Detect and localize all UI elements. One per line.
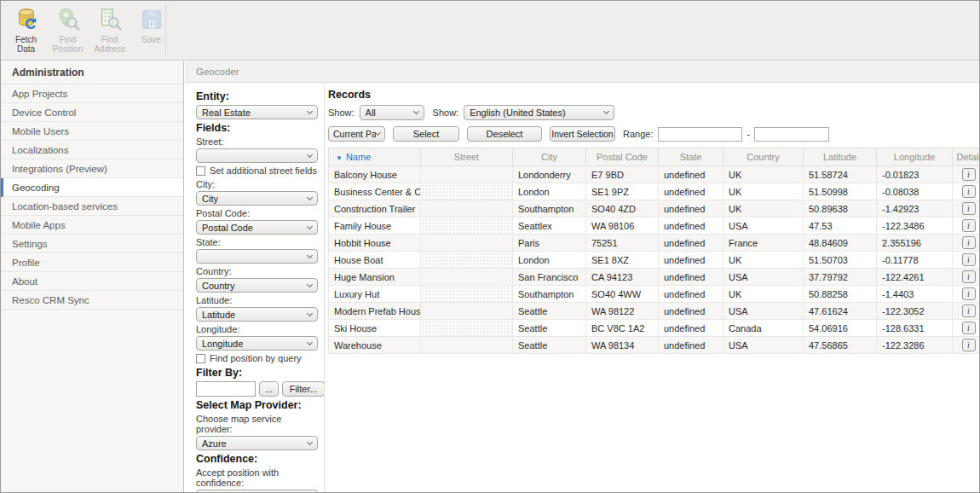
sidebar-item-integrations-preview[interactable]: Integrations (Preview): [1, 160, 183, 178]
cell-street: [421, 200, 513, 218]
table-row[interactable]: Construction TrailerSouthamptonSO40 4ZDu…: [329, 200, 980, 218]
confidence-hint: Accept position with confidence:: [196, 467, 318, 488]
cell-postal-code: BC V8C 1A2: [586, 320, 659, 337]
cell-street: [421, 252, 513, 269]
find-position-by-query-row: Find position by query: [196, 353, 318, 363]
table-row[interactable]: Huge MansionSan FranciscoCA 94123undefin…: [329, 269, 980, 286]
filter-input[interactable]: [196, 381, 256, 397]
table-row[interactable]: Modern Prefab HouseSeattleWA 98122undefi…: [329, 303, 980, 320]
records-panel: Records Show: All Show: English (United …: [325, 83, 979, 492]
filter-button[interactable]: Filter...: [282, 381, 325, 397]
sidebar-item-geocoding[interactable]: Geocoding: [1, 178, 183, 197]
show-language-select[interactable]: English (United States): [464, 105, 614, 120]
cell-name: Huge Mansion: [329, 269, 421, 286]
chevron-down-icon: [307, 151, 313, 157]
city-field-label: City:: [196, 179, 318, 189]
cell-city: Seattlex: [513, 218, 586, 235]
find-address-button-label: Find Address: [89, 35, 130, 54]
cell-postal-code: WA 98122: [586, 303, 659, 320]
detail-info-button[interactable]: i: [962, 236, 976, 249]
cell-latitude: 48.84609: [804, 235, 877, 252]
show-filter-select[interactable]: All: [360, 105, 424, 120]
longitude-select[interactable]: Longitude: [196, 336, 318, 351]
select-button[interactable]: Select: [393, 126, 459, 142]
table-row[interactable]: Ski HouseSeattleBC V8C 1A2undefinedCanad…: [329, 320, 980, 337]
column-header-longitude[interactable]: Longitude: [877, 148, 953, 166]
column-header-postal-code[interactable]: Postal Code: [586, 148, 659, 166]
detail-info-button[interactable]: i: [962, 322, 976, 334]
filter-by-section-label: Filter By:: [196, 367, 318, 379]
cell-state: undefined: [659, 200, 723, 218]
sidebar-item-location-based-services[interactable]: Location-based services: [1, 197, 183, 216]
sort-descending-icon: ▼: [336, 154, 343, 162]
table-row[interactable]: Luxury HutSouthamptonSO40 4WWundefinedUK…: [329, 286, 980, 303]
column-header-city[interactable]: City: [513, 148, 586, 166]
street-select[interactable]: [196, 148, 318, 163]
cell-city: London: [513, 183, 586, 200]
detail-info-button[interactable]: i: [962, 202, 976, 215]
state-select[interactable]: [196, 249, 318, 264]
find-position-by-query-checkbox[interactable]: [196, 354, 205, 363]
deselect-button[interactable]: Deselect: [467, 126, 542, 142]
column-header-latitude[interactable]: Latitude: [804, 148, 877, 166]
cell-latitude: 47.56865: [804, 337, 877, 354]
sidebar-item-app-projects[interactable]: App Projects: [1, 84, 183, 103]
entity-select-value: Real Estate: [202, 107, 251, 118]
column-header-state[interactable]: State: [659, 148, 723, 166]
cell-longitude: -0.08038: [877, 183, 953, 200]
filter-ellipsis-button[interactable]: ...: [259, 381, 279, 397]
cell-postal-code: SE1 8XZ: [586, 252, 659, 269]
detail-info-button[interactable]: i: [962, 270, 976, 283]
table-row[interactable]: Balcony HouseLondonderryE7 9BDundefinedU…: [329, 166, 980, 183]
latitude-select[interactable]: Latitude: [196, 307, 318, 322]
current-page-select[interactable]: Current Page: [328, 126, 385, 142]
table-row[interactable]: Family HouseSeattlexWA 98106undefinedUSA…: [329, 218, 980, 235]
detail-info-button[interactable]: i: [962, 219, 976, 232]
sidebar-item-profile[interactable]: Profile: [1, 253, 183, 272]
range-from-input[interactable]: [658, 127, 742, 142]
detail-info-button[interactable]: i: [962, 168, 976, 181]
detail-info-button[interactable]: i: [962, 287, 976, 300]
table-row[interactable]: Business Center & CoLondonSE1 9PZundefin…: [329, 183, 980, 200]
cell-country: UK: [723, 166, 804, 183]
sidebar-item-mobile-users[interactable]: Mobile Users: [1, 122, 183, 141]
table-row[interactable]: Hobbit HouseParis75251undefinedFrance48.…: [329, 235, 980, 252]
cell-city: San Francisco: [513, 269, 586, 286]
save-icon: [139, 7, 164, 32]
country-select[interactable]: Country: [196, 278, 318, 293]
cell-name: Ski House: [329, 320, 421, 337]
sidebar-item-about[interactable]: About: [1, 272, 183, 291]
table-row[interactable]: House BoatLondonSE1 8XZundefinedUK51.507…: [329, 252, 980, 269]
fetch-data-button[interactable]: Fetch Data: [6, 7, 46, 54]
cell-street: [421, 320, 513, 337]
detail-info-button[interactable]: i: [962, 185, 976, 198]
confidence-select[interactable]: Low: [196, 490, 318, 492]
cell-state: undefined: [659, 235, 723, 252]
column-header-detail[interactable]: Detail: [953, 148, 980, 166]
table-row[interactable]: WarehouseSeattleWA 98134undefinedUSA47.5…: [329, 337, 980, 354]
find-position-button: Find Position: [48, 7, 88, 54]
show-language-label: Show:: [433, 107, 459, 118]
entity-select[interactable]: Real Estate: [196, 105, 318, 119]
column-header-country[interactable]: Country: [723, 148, 804, 166]
show-filter-value: All: [366, 107, 376, 118]
postal-code-select[interactable]: Postal Code: [196, 220, 318, 235]
sidebar-item-settings[interactable]: Settings: [1, 235, 183, 253]
additional-street-fields-checkbox[interactable]: [196, 166, 205, 176]
city-select[interactable]: City: [196, 191, 318, 206]
range-to-input[interactable]: [754, 127, 829, 142]
detail-info-button[interactable]: i: [962, 253, 976, 266]
chevron-down-icon: [307, 310, 313, 316]
cell-detail: i: [953, 252, 980, 269]
column-header-street[interactable]: Street: [421, 148, 513, 166]
sidebar-item-mobile-apps[interactable]: Mobile Apps: [1, 216, 183, 235]
invert-selection-button[interactable]: Invert Selection: [550, 126, 615, 142]
detail-info-button[interactable]: i: [962, 304, 976, 317]
map-provider-select[interactable]: Azure: [196, 436, 318, 450]
sidebar-item-device-control[interactable]: Device Control: [1, 103, 183, 122]
sidebar-item-resco-crm-sync[interactable]: Resco CRM Sync: [1, 291, 183, 310]
detail-info-button[interactable]: i: [962, 339, 976, 351]
sidebar-item-localizations[interactable]: Localizations: [1, 141, 183, 160]
column-header-name[interactable]: ▼Name: [329, 148, 421, 166]
content-area: Geocoder Entity: Real Estate Fields: Str…: [185, 61, 979, 492]
